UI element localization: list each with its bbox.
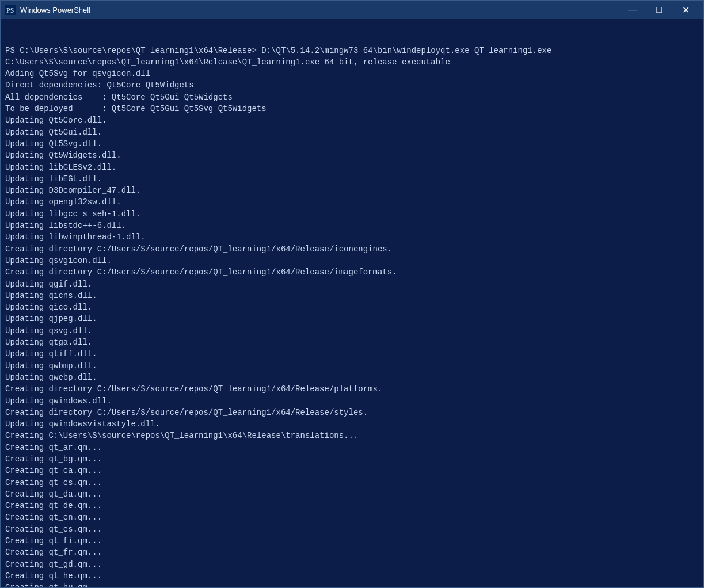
terminal-line: Updating qico.dll. — [5, 301, 699, 313]
terminal-line: Updating libgcc_s_seh-1.dll. — [5, 208, 699, 220]
terminal-line: Creating qt_cs.qm... — [5, 477, 699, 488]
terminal-line: Creating directory C:/Users/S/source/rep… — [5, 243, 699, 255]
terminal-line: Creating qt_da.qm... — [5, 488, 699, 500]
terminal-line: Updating libGLESv2.dll. — [5, 162, 699, 173]
terminal-line: Updating Qt5Widgets.dll. — [5, 150, 699, 161]
terminal-line: Creating qt_fi.qm... — [5, 535, 699, 547]
terminal-line: To be deployed : Qt5Core Qt5Gui Qt5Svg Q… — [5, 103, 699, 114]
terminal-line: Creating qt_gd.qm... — [5, 559, 699, 570]
window-title: Windows PowerShell — [20, 6, 619, 14]
terminal-line: Creating C:\Users\S\source\repos\QT_lear… — [5, 430, 699, 441]
terminal-line: Creating qt_bg.qm... — [5, 453, 699, 465]
terminal-line: Creating qt_de.qm... — [5, 500, 699, 511]
terminal-line: Updating qjpeg.dll. — [5, 313, 699, 324]
terminal-line: Updating qtiff.dll. — [5, 348, 699, 360]
terminal-line: Updating libEGL.dll. — [5, 173, 699, 185]
terminal-line: Creating qt_hu.qm... — [5, 582, 699, 587]
terminal-line: Updating qwindowsvistastyle.dll. — [5, 418, 699, 430]
terminal-line: Adding Qt5Svg for qsvgicon.dll — [5, 68, 699, 79]
powershell-window: PS Windows PowerShell — □ ✕ PS C:\Users\… — [0, 0, 704, 588]
terminal-line: All dependencies : Qt5Core Qt5Gui Qt5Wid… — [5, 91, 699, 103]
terminal-output[interactable]: PS C:\Users\S\source\repos\QT_learning1\… — [1, 19, 703, 587]
minimize-button[interactable]: — — [619, 1, 646, 19]
terminal-line: Direct dependencies: Qt5Core Qt5Widgets — [5, 79, 699, 91]
terminal-line: Updating Qt5Gui.dll. — [5, 127, 699, 138]
terminal-line: Creating directory C:/Users/S/source/rep… — [5, 407, 699, 418]
window-controls: — □ ✕ — [619, 1, 699, 19]
terminal-line: Creating qt_ca.qm... — [5, 465, 699, 476]
terminal-line: Updating qtga.dll. — [5, 337, 699, 348]
terminal-line: Updating qsvg.dll. — [5, 325, 699, 337]
terminal-line: Updating qicns.dll. — [5, 290, 699, 301]
terminal-line: Creating qt_en.qm... — [5, 511, 699, 523]
powershell-icon: PS — [5, 5, 16, 15]
terminal-line: Updating qwbmp.dll. — [5, 360, 699, 372]
svg-text:PS: PS — [6, 6, 14, 14]
terminal-line: C:\Users\S\source\repos\QT_learning1\x64… — [5, 56, 699, 68]
terminal-line: Updating opengl32sw.dll. — [5, 196, 699, 208]
terminal-line: Updating qwindows.dll. — [5, 395, 699, 407]
maximize-button[interactable]: □ — [646, 1, 672, 19]
terminal-line: Creating qt_ar.qm... — [5, 442, 699, 453]
terminal-line: Creating qt_fr.qm... — [5, 547, 699, 558]
title-bar: PS Windows PowerShell — □ ✕ — [1, 1, 703, 19]
terminal-line: Updating libstdc++-6.dll. — [5, 220, 699, 231]
terminal-line: Updating Qt5Core.dll. — [5, 114, 699, 126]
terminal-line: Updating libwinpthread-1.dll. — [5, 231, 699, 243]
terminal-line: Updating Qt5Svg.dll. — [5, 138, 699, 150]
terminal-line: Updating qsvgicon.dll. — [5, 255, 699, 266]
terminal-line: Updating qwebp.dll. — [5, 372, 699, 383]
terminal-line: Updating D3Dcompiler_47.dll. — [5, 185, 699, 196]
close-button[interactable]: ✕ — [672, 1, 699, 19]
terminal-line: Creating directory C:/Users/S/source/rep… — [5, 266, 699, 278]
terminal-line: Creating directory C:/Users/S/source/rep… — [5, 383, 699, 395]
terminal-line: Creating qt_es.qm... — [5, 524, 699, 535]
terminal-line: Creating qt_he.qm... — [5, 570, 699, 582]
terminal-line: PS C:\Users\S\source\repos\QT_learning1\… — [5, 45, 699, 56]
terminal-line: Updating qgif.dll. — [5, 278, 699, 290]
